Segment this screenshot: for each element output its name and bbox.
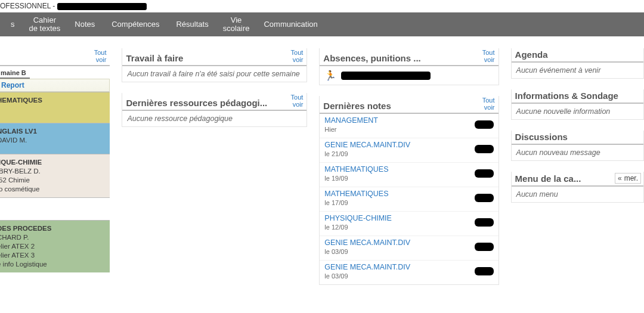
- main-menu: s Cahier de textes Notes Compétences Rés…: [0, 13, 644, 36]
- redacted-grade: [475, 120, 494, 129]
- slot-detail: CHARD P.: [0, 233, 107, 242]
- agenda-title: Agenda: [515, 49, 548, 60]
- slot-subject: HEMATIQUES: [0, 96, 107, 105]
- resources-see-all[interactable]: Tout voir: [291, 94, 304, 108]
- running-icon: 🏃: [324, 70, 336, 81]
- timetable-slot[interactable]: HEMATIQUES: [0, 92, 110, 123]
- slot-detail: DAVID M.: [0, 136, 107, 145]
- grade-date: le 03/09: [324, 272, 410, 280]
- grades-see-all[interactable]: Tout voir: [482, 97, 495, 111]
- work-panel: Travail à faire Tout voir Aucun travail …: [122, 48, 307, 82]
- timetable-panel: Tout voir maine B Report HEMATIQUESNGLAI…: [0, 48, 110, 285]
- grade-subject: MANAGEMENT: [324, 116, 378, 125]
- resources-title: Dernières ressources pédagogi...: [126, 98, 267, 108]
- absence-row[interactable]: 🏃: [320, 66, 498, 85]
- timetable-week-row: maine B: [0, 66, 110, 79]
- grade-subject: PHYSIQUE-CHIMIE: [324, 214, 392, 222]
- redacted-grade: [475, 145, 494, 153]
- timetable-slots: HEMATIQUESNGLAIS LV1DAVID M.IQUE-CHIMIEB…: [0, 92, 110, 272]
- canteen-panel: Menu de la ca... « mer. Aucun menu: [511, 172, 644, 203]
- slot-subject: DES PROCEDES: [0, 224, 107, 233]
- work-empty: Aucun travail à faire n'a été saisi pour…: [122, 66, 306, 82]
- grades-list: MANAGEMENTHierGENIE MECA.MAINT.DIVle 21/…: [320, 114, 498, 284]
- resources-empty: Aucune ressource pédagogique: [122, 111, 306, 126]
- grade-subject: GENIE MECA.MAINT.DIV: [324, 238, 410, 247]
- grade-row[interactable]: MANAGEMENTHier: [320, 114, 498, 138]
- slot-detail: e info Logistique: [0, 260, 107, 269]
- info-empty: Aucune nouvelle information: [512, 104, 643, 119]
- redacted-grade: [475, 194, 494, 202]
- grade-date: le 17/09: [324, 199, 388, 206]
- work-see-all[interactable]: Tout voir: [291, 49, 304, 63]
- slot-detail: elier ATEX 2: [0, 242, 107, 251]
- menu-communication[interactable]: Communication: [255, 18, 326, 31]
- grade-date: Hier: [324, 126, 378, 133]
- agenda-empty: Aucun événement à venir: [512, 63, 643, 78]
- grade-row[interactable]: GENIE MECA.MAINT.DIVle 03/09: [320, 236, 498, 261]
- grade-row[interactable]: PHYSIQUE-CHIMIEle 12/09: [320, 212, 498, 236]
- discussions-title: Discussions: [515, 132, 568, 142]
- grade-row[interactable]: GENIE MECA.MAINT.DIVle 21/09: [320, 138, 498, 163]
- chevron-left-icon[interactable]: «: [618, 174, 622, 182]
- grade-subject: MATHEMATIQUES: [324, 190, 388, 198]
- menu-vie-l2: scolaire: [223, 24, 250, 33]
- grade-date: le 21/09: [324, 150, 410, 157]
- grade-row[interactable]: GENIE MECA.MAINT.DIVle 03/09: [320, 261, 498, 284]
- timetable-slot[interactable]: IQUE-CHIMIEBRY-BELZ D.52 Chimieo cosméti…: [0, 154, 110, 197]
- redacted-grade: [475, 169, 494, 178]
- absences-panel: Absences, punitions ... Tout voir 🏃: [319, 48, 499, 85]
- slot-detail: o cosmétique: [0, 185, 107, 194]
- menu-cahier-l2: de textes: [29, 24, 61, 33]
- canteen-title: Menu de la ca...: [515, 173, 581, 184]
- slot-detail: BRY-BELZ D.: [0, 167, 107, 176]
- info-title: Informations & Sondage: [515, 91, 618, 101]
- menu-viescolaire[interactable]: Vie scolaire: [217, 15, 256, 35]
- window-title-bar: OFESSIONNEL -: [0, 0, 644, 13]
- grade-date: le 19/09: [324, 175, 388, 182]
- grade-subject: GENIE MECA.MAINT.DIV: [324, 141, 410, 149]
- redacted-name: [57, 3, 147, 10]
- resources-panel: Dernières ressources pédagogi... Tout vo…: [122, 93, 307, 127]
- redacted-grade: [475, 243, 494, 251]
- info-panel: Informations & Sondage Aucune nouvelle i…: [511, 89, 644, 120]
- grade-date: le 03/09: [324, 248, 410, 255]
- menu-vie-l1: Vie: [223, 16, 250, 24]
- absences-title: Absences, punitions ...: [323, 53, 420, 63]
- menu-cahier-l1: Cahier: [29, 16, 61, 24]
- timetable-see-all[interactable]: Tout voir: [94, 49, 107, 63]
- timetable-slot[interactable]: DES PROCEDESCHARD P.elier ATEX 2elier AT…: [0, 220, 110, 272]
- work-title: Travail à faire: [126, 53, 183, 63]
- timetable-report-button[interactable]: Report: [0, 79, 110, 92]
- menu-resultats[interactable]: Résultats: [168, 18, 216, 31]
- slot-subject: IQUE-CHIMIE: [0, 158, 107, 167]
- canteen-empty: Aucun menu: [512, 187, 643, 202]
- canteen-day: mer.: [624, 174, 638, 182]
- timetable-slot[interactable]: NGLAIS LV1DAVID M.: [0, 123, 110, 154]
- canteen-date-nav[interactable]: « mer.: [615, 173, 641, 184]
- agenda-panel: Agenda Aucun événement à venir: [511, 48, 644, 79]
- slot-subject: NGLAIS LV1: [0, 127, 107, 136]
- grade-row[interactable]: MATHEMATIQUESle 19/09: [320, 163, 498, 187]
- slot-detail: 52 Chimie: [0, 176, 107, 185]
- dashboard: Tout voir maine B Report HEMATIQUESNGLAI…: [0, 36, 644, 285]
- redacted-absence: [341, 72, 431, 80]
- timetable-header: Tout voir: [0, 48, 110, 66]
- menu-competences[interactable]: Compétences: [103, 18, 168, 31]
- grade-subject: MATHEMATIQUES: [324, 165, 388, 173]
- grade-date: le 12/09: [324, 224, 392, 231]
- absences-see-all[interactable]: Tout voir: [482, 49, 495, 63]
- grade-subject: GENIE MECA.MAINT.DIV: [324, 263, 410, 271]
- menu-home[interactable]: s: [2, 18, 23, 31]
- week-label: maine B: [0, 68, 30, 79]
- app-title: OFESSIONNEL -: [0, 2, 55, 10]
- menu-cahier[interactable]: Cahier de textes: [23, 15, 67, 35]
- redacted-grade: [475, 218, 494, 227]
- menu-notes[interactable]: Notes: [66, 18, 103, 31]
- discussions-empty: Aucun nouveau message: [512, 145, 643, 160]
- grades-title: Dernières notes: [323, 101, 391, 111]
- grade-row[interactable]: MATHEMATIQUESle 17/09: [320, 187, 498, 212]
- redacted-grade: [475, 267, 494, 275]
- slot-detail: elier ATEX 3: [0, 251, 107, 260]
- timetable-slot[interactable]: [0, 197, 110, 220]
- discussions-panel: Discussions Aucun nouveau message: [511, 131, 644, 161]
